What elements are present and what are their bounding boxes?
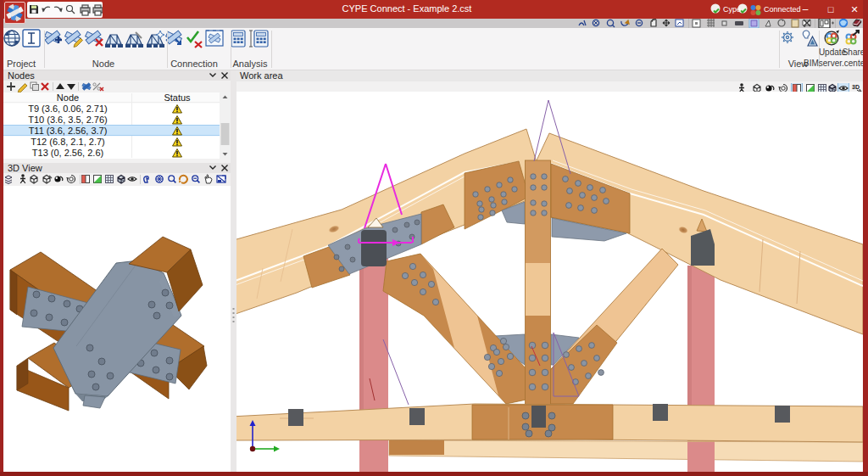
svg-text:T12 (6.8, 2.1, 2.7): T12 (6.8, 2.1, 2.7): [31, 137, 104, 147]
svg-text:T11 (3.6, 2.56, 3.7): T11 (3.6, 2.56, 3.7): [29, 126, 108, 136]
svg-text:Node: Node: [57, 92, 79, 103]
svg-text:Status: Status: [164, 92, 191, 103]
svg-text:T9 (3.6, 0.06, 2.71): T9 (3.6, 0.06, 2.71): [28, 104, 108, 114]
svg-text:T13 (0, 2.56, 2.6): T13 (0, 2.56, 2.6): [32, 148, 103, 158]
svg-text:T10 (3.6, 3.5, 2.76): T10 (3.6, 3.5, 2.76): [28, 115, 108, 125]
